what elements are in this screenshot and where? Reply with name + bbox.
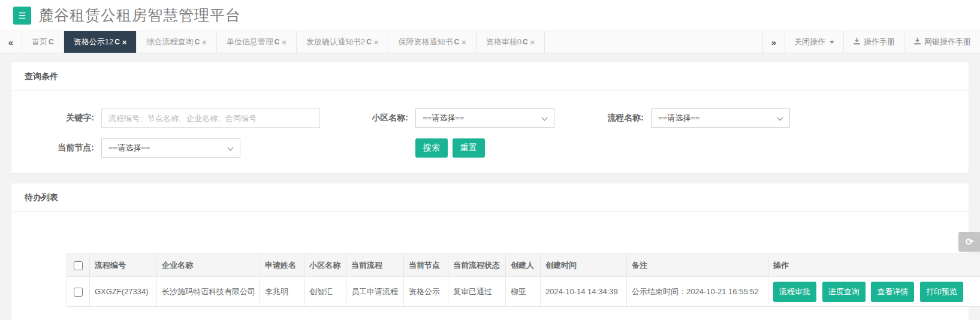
tab-label: 发放确认通知书2 (306, 37, 365, 47)
refresh-icon[interactable]: C (523, 38, 528, 46)
community-select[interactable]: ==请选择== (415, 108, 554, 128)
caret-down-icon (830, 41, 834, 44)
cell-created-time: 2024-10-14 14:34:39 (541, 277, 627, 307)
current-node-label: 当前节点: (11, 143, 101, 153)
operation-manual-link[interactable]: 操作手册 (843, 31, 904, 53)
col-header: 申请姓名 (260, 254, 304, 277)
todo-panel-header: 待办列表 (11, 183, 969, 212)
close-icon[interactable]: × (530, 38, 535, 47)
tab-label: 单位信息管理 (227, 37, 273, 47)
tab-label: 首页 (32, 37, 47, 47)
col-header: 当前流程状态 (448, 254, 506, 277)
tab-process-query[interactable]: 综合流程查询 C × (137, 31, 216, 53)
double-chevron-left-icon: « (8, 37, 13, 47)
tab-label: 综合流程查询 (146, 37, 193, 47)
col-header: 企业名称 (157, 254, 260, 277)
keyword-input[interactable] (101, 108, 320, 128)
close-icon[interactable]: × (462, 38, 466, 47)
close-icon[interactable]: × (282, 38, 287, 47)
table-refresh-button[interactable]: ⟳ (958, 232, 980, 252)
select-all-checkbox[interactable] (74, 261, 83, 270)
chevron-down-icon (777, 115, 783, 121)
tabs-scroll-right-button[interactable]: » (762, 31, 785, 53)
tab-label: 保障资格通知书 (398, 37, 453, 47)
double-chevron-right-icon: » (771, 37, 776, 47)
tab-label: 资格公示12 (74, 37, 113, 47)
progress-query-button[interactable]: 进度查询 (822, 282, 866, 302)
refresh-icon[interactable]: C (454, 38, 459, 46)
col-header: 当前流程 (346, 254, 404, 277)
tab-bar: « 首页 C 资格公示12 C × 综合流程查询 C × 单位信息管理 C × … (0, 31, 980, 53)
refresh-icon[interactable]: C (114, 38, 120, 46)
menu-toggle-button[interactable]: ☰ (13, 7, 31, 25)
download-icon (913, 37, 921, 47)
refresh-icon[interactable]: C (194, 38, 200, 46)
cell-flow-status: 复审已通过 (448, 277, 506, 307)
col-header: 创建时间 (541, 254, 627, 277)
community-label: 小区名称: (320, 113, 415, 123)
tab-unit-info[interactable]: 单位信息管理 C × (217, 31, 297, 53)
col-header: 操作 (768, 254, 980, 277)
col-header: 小区名称 (304, 254, 346, 277)
row-checkbox[interactable] (74, 288, 83, 297)
query-panel-header: 查询条件 (11, 62, 969, 90)
col-header: 创建人 (506, 254, 541, 277)
cell-current-flow: 员工申请流程 (346, 277, 404, 307)
cell-flow-code: GXGZF(27334) (90, 277, 157, 307)
todo-panel-title: 待办列表 (25, 192, 58, 202)
cell-company: 长沙施玛特迈科技有限公司 (157, 277, 260, 307)
todo-panel: 待办列表 ⟳ 流程编号 企业名称 (11, 183, 969, 320)
query-form: 关键字: 小区名称: ==请选择== 流程名称: ==请选择== 当前节点: (11, 90, 969, 173)
download-icon (853, 37, 861, 47)
cell-applicant: 李兆明 (260, 277, 304, 307)
cell-remark: 公示结束时间：2024-10-21 16:55:52 (627, 277, 768, 307)
cell-actions: 流程审批 进度查询 查看详情 打印预览 (768, 277, 980, 307)
cell-creator: 柳亚 (506, 277, 541, 307)
close-operations-dropdown[interactable]: 关闭操作 (785, 31, 843, 53)
table-row: GXGZF(27334) 长沙施玛特迈科技有限公司 李兆明 创智汇 员工申请流程… (67, 277, 980, 307)
chevron-down-icon (228, 145, 234, 151)
todo-panel-body: ⟳ 流程编号 企业名称 申请姓名 小区名称 (11, 212, 969, 320)
hamburger-icon: ☰ (19, 11, 26, 20)
tabs-scroll-left-button[interactable]: « (0, 31, 22, 53)
cell-community: 创智汇 (304, 277, 346, 307)
app-window: ☰ 麓谷租赁公租房智慧管理平台 « 首页 C 资格公示12 C × 综合流程查询… (0, 0, 980, 320)
tab-qualification-audit[interactable]: 资格审核0 C × (477, 31, 545, 53)
refresh-icon[interactable]: C (366, 38, 372, 46)
close-icon[interactable]: × (122, 38, 127, 47)
todo-table: 流程编号 企业名称 申请姓名 小区名称 当前流程 当前节点 当前流程状态 创建人… (67, 253, 980, 307)
tab-guarantee-notice[interactable]: 保障资格通知书 C × (388, 31, 476, 53)
close-icon[interactable]: × (374, 38, 379, 47)
col-header: 流程编号 (90, 254, 157, 277)
flow-name-label: 流程名称: (554, 113, 651, 123)
search-button[interactable]: 搜索 (415, 138, 448, 158)
col-header: 当前节点 (404, 254, 448, 277)
query-panel-title: 查询条件 (25, 71, 58, 81)
cell-current-node: 资格公示 (404, 277, 448, 307)
current-node-select[interactable]: ==请选择== (101, 138, 240, 158)
page-title: 麓谷租赁公租房智慧管理平台 (38, 5, 241, 25)
tab-home[interactable]: 首页 C (22, 31, 64, 53)
refresh-icon: ⟳ (966, 237, 973, 247)
print-preview-button[interactable]: 打印预览 (920, 282, 963, 302)
flow-approve-button[interactable]: 流程审批 (773, 282, 816, 302)
tab-qualification-publicity[interactable]: 资格公示12 C × (64, 31, 137, 53)
chevron-down-icon (542, 115, 548, 121)
keyword-label: 关键字: (11, 113, 101, 123)
app-header: ☰ 麓谷租赁公租房智慧管理平台 (0, 0, 980, 31)
col-header: 备注 (627, 254, 768, 277)
close-icon[interactable]: × (202, 38, 207, 47)
refresh-icon[interactable]: C (275, 38, 280, 46)
query-panel: 查询条件 关键字: 小区名称: ==请选择== 流程名称: ==请选择== (11, 62, 969, 174)
tab-issue-notice[interactable]: 发放确认通知书2 C × (297, 31, 389, 53)
reset-button[interactable]: 重置 (453, 138, 485, 158)
ebank-manual-link[interactable]: 网银操作手册 (904, 31, 980, 53)
view-details-button[interactable]: 查看详情 (871, 282, 914, 302)
table-header-row: 流程编号 企业名称 申请姓名 小区名称 当前流程 当前节点 当前流程状态 创建人… (67, 254, 980, 277)
flow-name-select[interactable]: ==请选择== (651, 108, 790, 128)
tab-label: 资格审核0 (486, 37, 521, 47)
refresh-icon[interactable]: C (49, 38, 54, 46)
main-content: 查询条件 关键字: 小区名称: ==请选择== 流程名称: ==请选择== (0, 53, 980, 320)
